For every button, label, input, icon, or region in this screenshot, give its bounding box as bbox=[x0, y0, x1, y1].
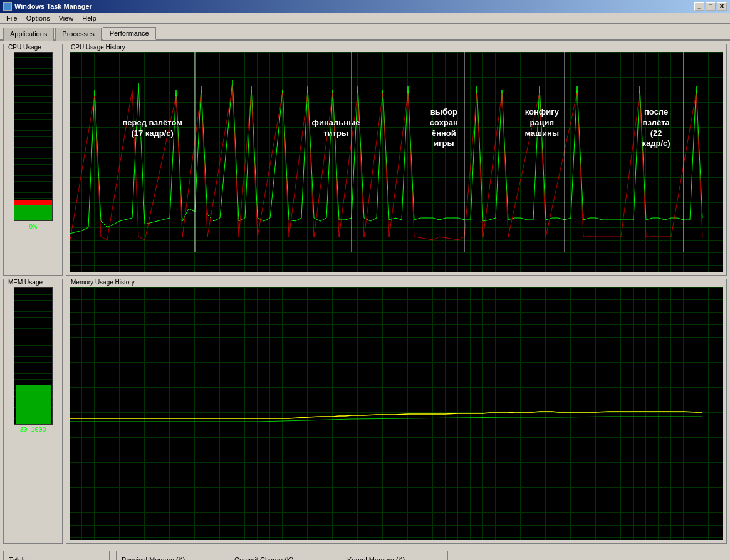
menu-file[interactable]: File bbox=[3, 14, 21, 23]
cpu-history-label: CPU Usage History bbox=[70, 44, 127, 51]
window-controls: _ □ ✕ bbox=[694, 2, 727, 11]
annotation-1: перед взлётом(17 кадр/с) bbox=[102, 118, 202, 139]
mem-history-svg bbox=[70, 287, 723, 540]
kernel-memory-group: Kernel Memory (K) Total 113504 Paged 691… bbox=[342, 551, 448, 560]
stats-section: Totals Handles 9340 Threads 322 Processe… bbox=[0, 547, 730, 560]
cpu-row: CPU Usage 9% CPU Usage History bbox=[3, 44, 727, 276]
cpu-gauge-grid bbox=[14, 53, 52, 220]
cpu-gauge-red bbox=[14, 200, 52, 205]
tab-performance[interactable]: Performance bbox=[103, 27, 156, 40]
menu-bar: File Options View Help bbox=[0, 13, 730, 24]
tab-applications[interactable]: Applications bbox=[3, 28, 54, 41]
mem-history-label: Memory Usage History bbox=[70, 279, 136, 286]
window-title: Windows Task Manager bbox=[14, 3, 92, 10]
totals-title: Totals bbox=[9, 556, 104, 560]
annotation-2: финальныетитры bbox=[298, 118, 373, 139]
commit-charge-title: Commit Charge (K) bbox=[234, 556, 330, 560]
mem-history-graph bbox=[70, 287, 723, 540]
cpu-history-panel: CPU Usage History перед взлёто bbox=[66, 44, 727, 276]
cpu-gauge bbox=[14, 52, 53, 221]
minimize-button[interactable]: _ bbox=[694, 2, 704, 11]
main-content: CPU Usage 9% CPU Usage History bbox=[0, 41, 730, 547]
totals-group: Totals Handles 9340 Threads 322 Processe… bbox=[3, 551, 110, 560]
maximize-button[interactable]: □ bbox=[706, 2, 716, 11]
physical-memory-title: Physical Memory (K) bbox=[122, 556, 217, 560]
mem-usage-label: MEM Usage bbox=[7, 279, 44, 286]
cpu-history-svg bbox=[70, 52, 723, 272]
tab-bar: Applications Processes Performance bbox=[0, 24, 730, 41]
menu-view[interactable]: View bbox=[55, 14, 78, 23]
close-button[interactable]: ✕ bbox=[717, 2, 727, 11]
cpu-usage-label: CPU Usage bbox=[7, 44, 43, 51]
cpu-usage-panel: CPU Usage 9% bbox=[3, 44, 63, 276]
physical-memory-group: Physical Memory (K) Total 1048048 Availa… bbox=[116, 551, 222, 560]
cpu-history-graph: перед взлётом(17 кадр/с) финальныетитры … bbox=[70, 52, 723, 272]
kernel-memory-title: Kernel Memory (K) bbox=[347, 556, 442, 560]
menu-options[interactable]: Options bbox=[23, 14, 54, 23]
cpu-percent: 9% bbox=[7, 223, 59, 231]
annotation-4: конфигурациямашины bbox=[508, 107, 576, 139]
mem-history-panel: Memory Usage History bbox=[66, 279, 727, 544]
tab-processes[interactable]: Processes bbox=[55, 28, 101, 41]
window-icon bbox=[3, 2, 12, 11]
cpu-gauge-fill bbox=[14, 205, 52, 220]
title-bar: Windows Task Manager _ □ ✕ bbox=[0, 0, 730, 13]
mem-row: MEM Usage 30 1000 Memory Usage History bbox=[3, 279, 727, 544]
mem-usage-panel: MEM Usage 30 1000 bbox=[3, 279, 63, 544]
commit-charge-group: Commit Charge (K) Total 301000 Limit 120… bbox=[229, 551, 335, 560]
mem-gauge bbox=[14, 287, 53, 425]
mem-gauge-fill bbox=[16, 385, 51, 424]
mem-label: 30 1000 bbox=[7, 427, 59, 433]
menu-help[interactable]: Help bbox=[78, 14, 100, 23]
annotation-5: послевзлёта(22кадр/с) bbox=[618, 107, 694, 150]
annotation-3: выборсохранённойигры bbox=[409, 107, 478, 150]
